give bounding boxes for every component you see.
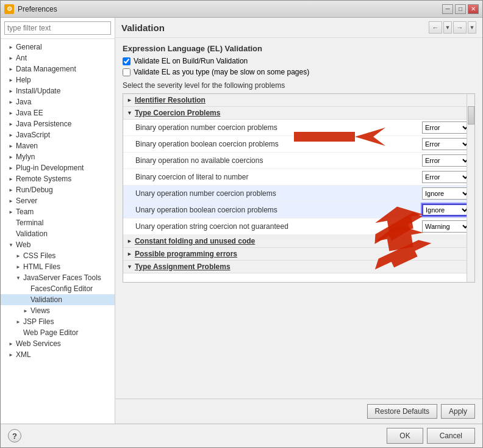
close-button[interactable]: ✕ — [468, 4, 479, 14]
constant-folding-label: Constant folding and unused code — [135, 237, 255, 245]
bottom-left: ? — [8, 429, 21, 443]
unary-string-row: Unary operation string coercion not guar… — [123, 219, 474, 235]
sidebar-item-remote-systems[interactable]: Remote Systems — [1, 173, 115, 184]
binary-no-coercions-select[interactable]: ErrorWarningIgnore — [422, 154, 471, 167]
sidebar-item-validation-nav[interactable]: Validation — [1, 228, 115, 239]
sidebar-item-faces-config[interactable]: FacesConfig Editor — [1, 283, 115, 294]
forward-dropdown[interactable]: ▼ — [468, 21, 476, 34]
sidebar-item-help[interactable]: Help — [1, 74, 115, 85]
type-coercion-label: Type Coercion Problems — [135, 109, 220, 117]
expand-icon — [8, 77, 14, 83]
sidebar-item-ant[interactable]: Ant — [1, 52, 115, 63]
ok-button[interactable]: OK — [387, 428, 423, 444]
sidebar-item-html-files[interactable]: HTML Files — [1, 261, 115, 272]
sidebar-item-general[interactable]: General — [1, 42, 115, 52]
expand-icon — [8, 99, 14, 105]
filter-box — [1, 18, 115, 39]
sidebar-item-web[interactable]: Web — [1, 239, 115, 250]
el-section-title: Expression Language (EL) Validation — [123, 44, 475, 53]
sidebar-item-javascript[interactable]: JavaScript — [1, 129, 115, 140]
sidebar-item-java-ee[interactable]: Java EE — [1, 107, 115, 118]
constant-folding-header[interactable]: ► Constant folding and unused code — [123, 235, 474, 248]
unary-string-label: Unary operation string coercion not guar… — [135, 222, 422, 231]
sidebar-item-jsf-tools[interactable]: JavaServer Faces Tools — [1, 272, 115, 283]
checkbox-build-run[interactable] — [123, 57, 131, 65]
expand-icon — [8, 176, 14, 182]
maximize-button[interactable]: □ — [455, 4, 466, 14]
sidebar-item-java-persistence[interactable]: Java Persistence — [1, 118, 115, 129]
restore-defaults-button[interactable]: Restore Defaults — [367, 404, 437, 419]
back-dropdown[interactable]: ▼ — [443, 21, 452, 34]
scrollbar[interactable] — [467, 94, 474, 282]
identifier-resolution-header[interactable]: ► Identifier Resolution — [123, 94, 474, 107]
expand-icon — [8, 187, 14, 193]
help-button[interactable]: ? — [8, 429, 21, 443]
sidebar-item-css-files[interactable]: CSS Files — [1, 250, 115, 261]
sidebar-item-validation-jsf[interactable]: Validation — [1, 294, 115, 305]
title-bar: ⚙ Preferences ─ □ ✕ — [1, 1, 482, 18]
sidebar-item-web-services[interactable]: Web Services — [1, 338, 115, 349]
nav-buttons: ← ▼ → ▼ — [429, 21, 476, 34]
expand-icon — [8, 154, 14, 160]
sidebar-item-java[interactable]: Java — [1, 96, 115, 107]
sidebar-item-plugin-dev[interactable]: Plug-in Development — [1, 162, 115, 173]
sidebar-item-server[interactable]: Server — [1, 195, 115, 206]
possible-errors-header[interactable]: ► Possible programming errors — [123, 248, 474, 261]
binary-number-row: Binary operation number coercion problem… — [123, 120, 474, 136]
expand-icon — [8, 198, 14, 204]
sidebar-item-maven[interactable]: Maven — [1, 140, 115, 151]
expand-icon — [15, 264, 21, 270]
back-button[interactable]: ← — [429, 21, 442, 34]
binary-boolean-row: Binary operation boolean coercion proble… — [123, 136, 474, 153]
checkbox-row-1: Validate EL on Build/Run Validation — [123, 57, 475, 65]
apply-button[interactable]: Apply — [441, 404, 475, 419]
severity-list: ► Identifier Resolution ▼ Type Coercion … — [123, 93, 475, 283]
unary-string-select[interactable]: ErrorWarningIgnore — [422, 220, 471, 233]
bottom-right: OK Cancel — [387, 428, 475, 444]
panel-title: Validation — [121, 23, 429, 33]
sidebar-item-xml[interactable]: XML — [1, 349, 115, 360]
cancel-button[interactable]: Cancel — [427, 428, 475, 444]
binary-literal-row: Binary coercion of literal to number Err… — [123, 169, 474, 186]
binary-number-select[interactable]: ErrorWarningIgnore — [422, 121, 471, 134]
sidebar-item-terminal[interactable]: Terminal — [1, 217, 115, 228]
sidebar-item-web-page-editor[interactable]: Web Page Editor — [1, 327, 115, 338]
window-controls: ─ □ ✕ — [442, 4, 479, 14]
unary-number-label: Unary operation number coercion problems — [135, 189, 422, 198]
minimize-button[interactable]: ─ — [442, 4, 453, 14]
binary-boolean-select[interactable]: ErrorWarningIgnore — [422, 138, 471, 150]
search-input[interactable] — [4, 21, 111, 35]
type-assignment-header[interactable]: ▼ Type Assignment Problems — [123, 261, 474, 273]
type-coercion-header[interactable]: ▼ Type Coercion Problems — [123, 107, 474, 120]
sidebar-item-jsp-files[interactable]: JSP Files — [1, 316, 115, 327]
expand-icon — [8, 242, 14, 248]
expand-icon — [8, 110, 14, 116]
expand-icon — [8, 132, 14, 138]
checkbox-build-run-label: Validate EL on Build/Run Validation — [134, 57, 248, 65]
scrollbar-thumb[interactable] — [468, 106, 474, 125]
unary-number-row: Unary operation number coercion problems… — [123, 186, 474, 202]
sidebar-item-run-debug[interactable]: Run/Debug — [1, 184, 115, 195]
expand-icon — [15, 253, 21, 259]
sidebar-item-team[interactable]: Team — [1, 206, 115, 217]
tree: General Ant Data Management Help Install… — [1, 39, 115, 424]
sidebar-item-views[interactable]: Views — [1, 305, 115, 316]
expand-icon — [8, 352, 14, 358]
binary-literal-label: Binary coercion of literal to number — [135, 173, 422, 181]
forward-button[interactable]: → — [453, 21, 467, 34]
unary-boolean-select[interactable]: ErrorWarningIgnore — [422, 204, 471, 216]
window-title: Preferences — [18, 5, 442, 13]
collapse-icon: ► — [127, 251, 132, 257]
sidebar-item-mylyn[interactable]: Mylyn — [1, 151, 115, 162]
checkbox-as-you-type[interactable] — [123, 68, 131, 76]
collapse-icon: ▼ — [127, 264, 132, 270]
panel-body: Expression Language (EL) Validation Vali… — [115, 38, 482, 399]
binary-literal-select[interactable]: ErrorWarningIgnore — [422, 171, 471, 183]
sidebar-item-install-update[interactable]: Install/Update — [1, 85, 115, 96]
binary-no-coercions-label: Binary operation no available coercions — [135, 156, 422, 165]
unary-number-select[interactable]: ErrorWarningIgnore — [422, 187, 471, 200]
main-content: General Ant Data Management Help Install… — [1, 18, 482, 424]
preferences-window: ⚙ Preferences ─ □ ✕ General Ant Data Man… — [0, 0, 483, 448]
sidebar-item-data-mgmt[interactable]: Data Management — [1, 63, 115, 74]
expand-icon — [8, 341, 14, 347]
